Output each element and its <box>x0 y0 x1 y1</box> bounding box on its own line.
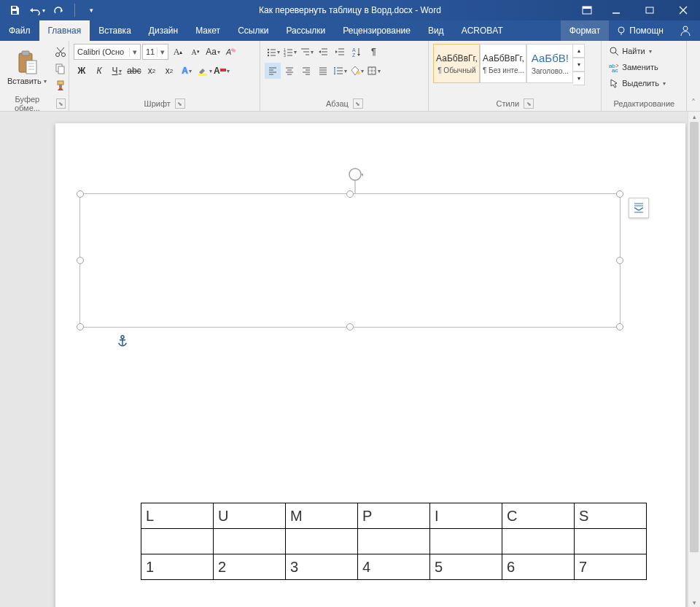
styles-scroll-up[interactable]: ▴ <box>573 44 585 58</box>
table-cell[interactable]: 6 <box>502 554 575 580</box>
document-table[interactable]: L U M P I C S 1 2 3 4 <box>141 503 647 580</box>
redo-button[interactable] <box>50 2 67 18</box>
tab-format-context[interactable]: Формат <box>561 20 610 41</box>
chevron-down-icon[interactable]: ▾ <box>157 47 168 57</box>
table-cell[interactable]: C <box>502 503 575 529</box>
increase-indent-button[interactable] <box>332 44 348 60</box>
resize-handle-se[interactable] <box>616 323 623 330</box>
maximize-button[interactable] <box>633 0 666 20</box>
table-cell[interactable] <box>430 529 502 554</box>
format-painter-button[interactable] <box>52 77 69 93</box>
numbering-button[interactable]: 123▾ <box>281 44 298 60</box>
tab-home[interactable]: Главная <box>39 20 90 41</box>
vertical-scrollbar[interactable]: ▴ ▾ <box>688 112 700 607</box>
qat-customize-button[interactable]: ▾ <box>82 2 100 18</box>
sign-in-button[interactable] <box>671 20 700 41</box>
document-page[interactable]: L U M P I C S 1 2 3 4 <box>55 123 685 607</box>
table-cell[interactable]: S <box>575 503 647 529</box>
style-no-spacing[interactable]: АаБбВвГг,¶ Без инте... <box>480 44 526 83</box>
table-cell[interactable]: M <box>286 503 358 529</box>
table-cell[interactable] <box>358 529 430 554</box>
sort-button[interactable]: AZ <box>349 44 365 60</box>
tab-insert[interactable]: Вставка <box>90 20 140 41</box>
bullets-button[interactable]: ▾ <box>265 44 281 60</box>
subscript-button[interactable]: x2 <box>144 63 160 79</box>
align-center-button[interactable] <box>281 63 298 79</box>
anchor-icon[interactable] <box>117 335 128 347</box>
table-cell[interactable] <box>286 529 358 554</box>
table-cell[interactable] <box>575 529 647 554</box>
close-button[interactable] <box>666 0 700 20</box>
decrease-indent-button[interactable] <box>315 44 331 60</box>
resize-handle-n[interactable] <box>346 190 354 198</box>
paragraph-dialog-launcher[interactable]: ⬊ <box>353 98 363 109</box>
style-heading1[interactable]: АаБбВ!Заголово... <box>526 44 573 83</box>
collapse-ribbon-button[interactable]: ˄ <box>687 41 700 111</box>
resize-handle-nw[interactable] <box>77 190 84 198</box>
table-cell[interactable]: 7 <box>575 554 647 580</box>
tab-file[interactable]: Файл <box>0 20 39 41</box>
table-cell[interactable] <box>214 529 286 554</box>
styles-scroll-down[interactable]: ▾ <box>573 58 585 71</box>
table-cell[interactable] <box>502 529 575 554</box>
bold-button[interactable]: Ж <box>74 63 90 79</box>
font-color-button[interactable]: A▾ <box>214 63 230 79</box>
table-cell[interactable]: 3 <box>286 554 358 580</box>
font-name-combo[interactable]: Calibri (Осно▾ <box>74 44 141 60</box>
scroll-down-button[interactable]: ▾ <box>688 598 700 607</box>
table-cell[interactable]: U <box>214 503 286 529</box>
styles-expand[interactable]: ▾ <box>573 71 585 85</box>
tab-layout[interactable]: Макет <box>187 20 229 41</box>
highlight-button[interactable]: ▾ <box>196 63 212 79</box>
strikethrough-button[interactable]: abc <box>126 63 142 79</box>
table-row[interactable]: 1 2 3 4 5 6 7 <box>141 554 647 580</box>
underline-button[interactable]: Ч▾ <box>109 63 125 79</box>
paste-button[interactable]: Вставить▾ <box>3 42 51 93</box>
undo-button[interactable]: ▾ <box>28 2 45 18</box>
tab-references[interactable]: Ссылки <box>229 20 277 41</box>
cut-button[interactable] <box>52 44 69 60</box>
scroll-up-button[interactable]: ▴ <box>688 112 700 122</box>
resize-handle-w[interactable] <box>77 257 84 264</box>
justify-button[interactable] <box>315 63 331 79</box>
italic-button[interactable]: К <box>91 63 107 79</box>
borders-button[interactable]: ▾ <box>365 63 381 79</box>
table-cell[interactable]: 1 <box>141 554 214 580</box>
superscript-button[interactable]: x2 <box>161 63 177 79</box>
change-case-button[interactable]: Aa▾ <box>205 44 221 60</box>
shading-button[interactable]: ▾ <box>349 63 365 79</box>
tab-acrobat[interactable]: ACROBAT <box>453 20 512 41</box>
tab-review[interactable]: Рецензирование <box>334 20 419 41</box>
find-button[interactable]: Найти▾ <box>607 44 653 58</box>
layout-options-button[interactable] <box>629 198 649 218</box>
resize-handle-sw[interactable] <box>77 323 84 330</box>
chevron-down-icon[interactable]: ▾ <box>129 47 140 57</box>
tab-mailings[interactable]: Рассылки <box>277 20 334 41</box>
save-button[interactable] <box>6 2 23 18</box>
copy-button[interactable] <box>52 61 69 77</box>
scrollbar-thumb[interactable] <box>690 122 699 552</box>
font-size-combo[interactable]: 11▾ <box>142 44 168 60</box>
shrink-font-button[interactable]: A▾ <box>187 44 203 60</box>
table-cell[interactable]: P <box>358 503 430 529</box>
resize-handle-s[interactable] <box>346 323 354 330</box>
rotation-handle[interactable] <box>347 167 363 193</box>
style-normal[interactable]: АаБбВвГг,¶ Обычный <box>433 44 480 83</box>
align-left-button[interactable] <box>265 63 281 79</box>
table-cell[interactable]: I <box>430 503 502 529</box>
replace-button[interactable]: abacЗаменить <box>607 60 659 74</box>
resize-handle-e[interactable] <box>616 257 623 264</box>
minimize-button[interactable] <box>599 0 633 20</box>
table-cell[interactable]: 2 <box>214 554 286 580</box>
resize-handle-ne[interactable] <box>616 190 623 198</box>
table-row[interactable] <box>141 529 647 554</box>
text-effects-button[interactable]: A▾ <box>179 63 195 79</box>
show-hide-button[interactable]: ¶ <box>365 44 381 60</box>
clear-formatting-button[interactable]: A <box>222 44 238 60</box>
font-dialog-launcher[interactable]: ⬊ <box>175 98 185 109</box>
tab-design[interactable]: Дизайн <box>140 20 187 41</box>
multilevel-list-button[interactable]: ▾ <box>298 44 314 60</box>
align-right-button[interactable] <box>298 63 314 79</box>
line-spacing-button[interactable]: ▾ <box>332 63 348 79</box>
styles-dialog-launcher[interactable]: ⬊ <box>524 98 534 109</box>
